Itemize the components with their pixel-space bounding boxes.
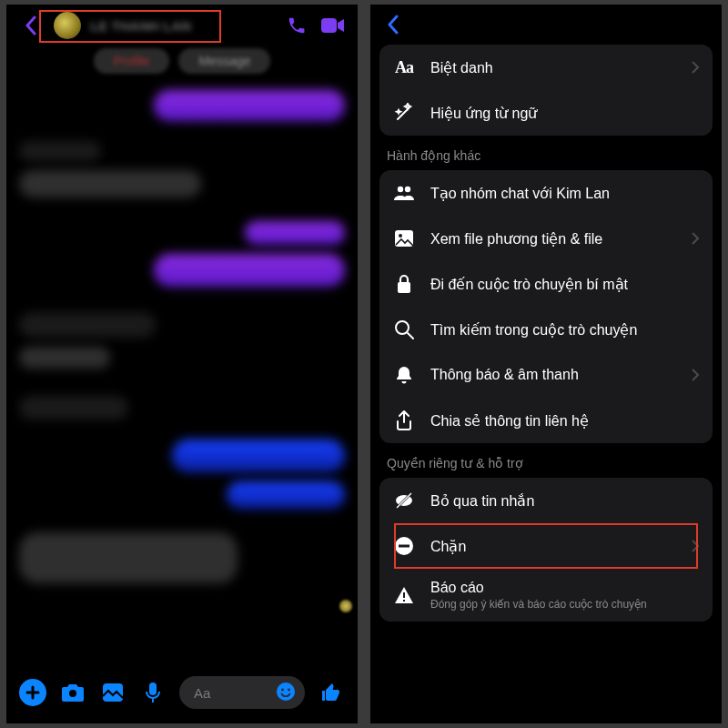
- settings-header: [370, 5, 722, 45]
- svg-rect-9: [395, 230, 413, 247]
- chat-header: LE THANH LAN: [6, 5, 358, 46]
- thumbs-up-icon[interactable]: [318, 679, 345, 706]
- lock-icon: [392, 272, 416, 296]
- svg-point-6: [288, 688, 290, 691]
- message-bubble[interactable]: [172, 440, 345, 472]
- message-bubble[interactable]: [245, 221, 345, 245]
- group-icon: [392, 181, 416, 205]
- search-icon: [392, 318, 416, 341]
- row-ignore-messages[interactable]: Bỏ qua tin nhắn: [379, 478, 713, 523]
- section-more-actions: Hành động khác: [370, 136, 722, 170]
- row-label: Biệt danh: [430, 59, 676, 76]
- svg-point-8: [405, 187, 410, 192]
- more-actions-icon[interactable]: [19, 679, 46, 706]
- ignore-icon: [392, 489, 416, 512]
- row-label: Xem file phương tiện & file: [430, 230, 676, 248]
- message-bubble[interactable]: [19, 396, 128, 420]
- message-pill[interactable]: Message: [178, 48, 270, 74]
- message-composer: Aa: [6, 671, 358, 714]
- row-label: Tìm kiếm trong cuộc trò chuyện: [430, 321, 700, 339]
- text-style-icon: Aa: [392, 56, 416, 79]
- section-privacy: Quyền riêng tư & hỗ trợ: [370, 443, 722, 478]
- chat-settings-screen: Aa Biệt danh Hiệu ứng từ ngữ Hành động k…: [370, 5, 722, 723]
- message-input[interactable]: Aa: [179, 676, 305, 709]
- image-icon: [392, 227, 416, 250]
- gallery-icon[interactable]: [99, 679, 126, 706]
- chevron-right-icon: [691, 539, 700, 553]
- svg-rect-11: [398, 282, 410, 293]
- emoji-icon[interactable]: [276, 682, 296, 704]
- row-label: Đi đến cuộc trò chuyện bí mật: [430, 276, 700, 293]
- message-bubble[interactable]: [19, 347, 110, 369]
- message-bubble[interactable]: [154, 90, 345, 121]
- bell-icon: [392, 363, 416, 387]
- customization-card: Aa Biệt danh Hiệu ứng từ ngữ: [379, 45, 713, 136]
- video-call-icon[interactable]: [319, 12, 347, 39]
- microphone-icon[interactable]: [139, 679, 167, 706]
- row-search-chat[interactable]: Tìm kiếm trong cuộc trò chuyện: [379, 307, 713, 352]
- profile-actions-row: Profile Message: [6, 48, 358, 74]
- svg-point-1: [69, 690, 76, 697]
- magic-wand-icon: [392, 101, 416, 125]
- read-receipt-avatar: [339, 600, 352, 612]
- contact-name[interactable]: LE THANH LAN: [90, 18, 274, 34]
- svg-point-5: [281, 688, 284, 691]
- svg-rect-16: [403, 592, 405, 598]
- row-secret-chat[interactable]: Đi đến cuộc trò chuyện bí mật: [379, 261, 713, 307]
- chat-body: [6, 74, 358, 663]
- privacy-card: Bỏ qua tin nhắn Chặn Báo cáo: [379, 478, 713, 622]
- share-icon: [392, 409, 416, 432]
- svg-point-4: [277, 682, 295, 701]
- svg-rect-17: [403, 600, 405, 602]
- row-label: Hiệu ứng từ ngữ: [430, 105, 700, 122]
- contact-avatar[interactable]: [54, 12, 81, 39]
- svg-point-12: [396, 321, 409, 334]
- camera-icon[interactable]: [59, 679, 86, 706]
- row-label: Thông báo & âm thanh: [430, 367, 676, 383]
- message-bubble[interactable]: [19, 170, 201, 197]
- chevron-right-icon: [691, 368, 700, 382]
- row-label: Chia sẻ thông tin liên hệ: [430, 412, 700, 430]
- row-label: Chặn: [430, 538, 676, 555]
- row-label: Báo cáo: [430, 580, 700, 596]
- svg-rect-3: [149, 682, 157, 695]
- chat-screen: LE THANH LAN Profile Message: [6, 5, 358, 723]
- row-share-contact[interactable]: Chia sẻ thông tin liên hệ: [379, 398, 713, 443]
- svg-rect-0: [321, 18, 337, 33]
- warning-icon: [392, 583, 416, 607]
- svg-point-10: [399, 234, 402, 238]
- block-icon: [392, 534, 416, 558]
- back-icon[interactable]: [379, 11, 407, 38]
- row-sublabel: Đóng góp ý kiến và báo cáo cuộc trò chuy…: [430, 598, 700, 611]
- row-label: Bỏ qua tin nhắn: [430, 492, 700, 510]
- input-placeholder: Aa: [194, 685, 210, 701]
- row-report[interactable]: Báo cáo Đóng góp ý kiến và báo cáo cuộc …: [379, 569, 713, 622]
- row-notifications[interactable]: Thông báo & âm thanh: [379, 352, 713, 398]
- message-bubble[interactable]: [19, 312, 156, 338]
- profile-pill[interactable]: Profile: [94, 48, 170, 74]
- message-bubble[interactable]: [154, 254, 345, 287]
- row-word-effects[interactable]: Hiệu ứng từ ngữ: [379, 90, 713, 136]
- row-label: Tạo nhóm chat với Kim Lan: [430, 185, 700, 202]
- message-bubble[interactable]: [19, 532, 238, 583]
- svg-point-7: [398, 187, 403, 192]
- more-actions-card: Tạo nhóm chat với Kim Lan Xem file phươn…: [379, 170, 713, 443]
- message-bubble[interactable]: [227, 481, 345, 509]
- message-bubble[interactable]: [19, 141, 101, 161]
- svg-rect-15: [399, 545, 410, 548]
- chevron-right-icon: [691, 231, 700, 246]
- chevron-right-icon: [691, 60, 700, 75]
- settings-body: Aa Biệt danh Hiệu ứng từ ngữ Hành động k…: [370, 45, 722, 631]
- audio-call-icon[interactable]: [283, 12, 310, 39]
- row-create-group[interactable]: Tạo nhóm chat với Kim Lan: [379, 170, 713, 216]
- row-nicknames[interactable]: Aa Biệt danh: [379, 45, 713, 90]
- back-icon[interactable]: [17, 12, 45, 39]
- row-view-media[interactable]: Xem file phương tiện & file: [379, 216, 713, 261]
- row-block[interactable]: Chặn: [379, 523, 713, 569]
